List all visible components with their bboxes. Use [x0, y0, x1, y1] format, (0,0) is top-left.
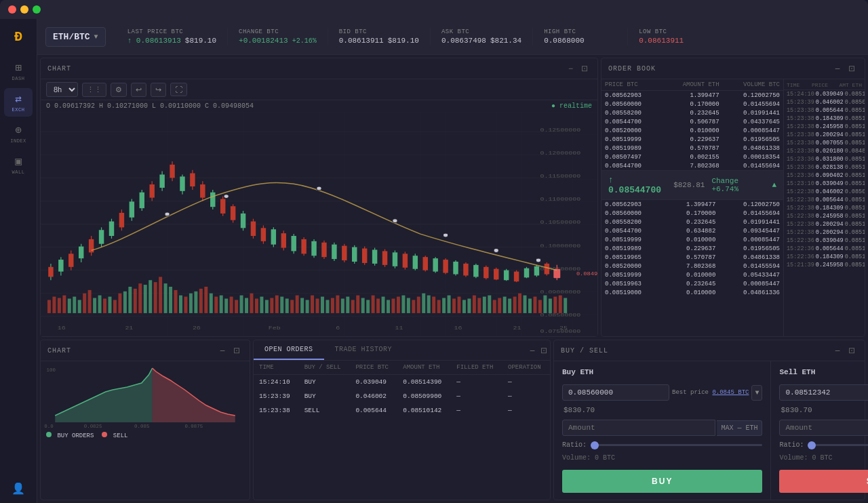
svg-rect-136 — [58, 260, 63, 272]
svg-rect-105 — [427, 296, 431, 313]
sidebar-item-account[interactable]: 👤 — [4, 475, 33, 503]
orderbook-expand-btn[interactable]: ⊡ — [846, 62, 858, 75]
svg-rect-118 — [493, 300, 496, 313]
orderbook-minimize-btn[interactable]: − — [832, 63, 843, 74]
mini-chart-panel: CHART − ⊡ 100 — [40, 340, 250, 500]
chart-expand-btn[interactable]: ⊡ — [578, 62, 591, 75]
svg-rect-164 — [200, 184, 205, 197]
svg-rect-47 — [134, 289, 137, 313]
ask-price: 0.08519999 — [601, 135, 662, 144]
bid-row: 0.08519963 0.232645 0.00085447 — [601, 279, 783, 288]
sidebar-item-wallet[interactable]: ▣ WALL — [4, 150, 33, 179]
chart-fullscreen-btn[interactable]: ⛶ — [170, 83, 187, 96]
last-price-label: Last Price BTC — [127, 28, 216, 35]
svg-rect-41 — [103, 299, 106, 313]
low-btc: 0.08613911 — [639, 37, 684, 45]
tp-time: 15:23:39 — [787, 99, 814, 106]
chart-settings-btn[interactable]: ⚙ — [111, 83, 127, 97]
timeframe-select[interactable]: 8h 1h 4h 1d — [46, 82, 78, 97]
svg-rect-85 — [326, 300, 329, 313]
minimize-btn[interactable] — [20, 5, 28, 14]
svg-rect-80 — [300, 298, 304, 313]
pair-selector[interactable]: ETH/BTC ▼ — [45, 27, 106, 47]
mid-price-arrow: ▲ — [772, 181, 776, 189]
tp-amount: 0.08514001 — [845, 221, 865, 228]
time-price-row: 15:23:38 0.007055 0.08510144 — [784, 139, 865, 147]
tab-open-orders[interactable]: OPEN ORDERS — [254, 340, 324, 360]
buy-price-input[interactable] — [562, 384, 669, 401]
svg-text:0.12000000: 0.12000000 — [540, 150, 580, 157]
close-btn[interactable] — [8, 5, 16, 14]
svg-text:0.10000000: 0.10000000 — [540, 243, 580, 249]
sell-button[interactable]: SELL — [779, 470, 868, 493]
svg-rect-90 — [351, 300, 355, 313]
app-logo: Ð — [6, 24, 31, 49]
sell-amount-input[interactable] — [779, 420, 868, 436]
ask-row: 0.08520000 0.010000 0.00085447 — [601, 126, 783, 135]
sidebar-item-index[interactable]: ⊕ INDEX — [4, 119, 33, 148]
buy-title: Buy ETH — [562, 368, 762, 376]
chart-panel-header: CHART − ⊡ — [41, 58, 597, 79]
svg-rect-67 — [235, 300, 238, 313]
maximize-btn[interactable] — [33, 5, 41, 14]
sidebar-item-dashboard[interactable]: ⊞ DASH — [4, 57, 33, 85]
orders-expand-btn[interactable]: ⊡ — [538, 340, 550, 360]
chart-type-btn[interactable]: ⋮⋮ — [82, 83, 106, 97]
svg-rect-127 — [538, 300, 542, 313]
tp-time: 15:23:38 — [787, 107, 814, 114]
tp-amount: 0.08514000 — [845, 164, 865, 171]
buy-amount-input[interactable] — [562, 420, 715, 436]
svg-text:0.0825: 0.0825 — [84, 424, 102, 429]
buy-button[interactable]: BUY — [562, 470, 762, 493]
orderbook-title: ORDER BOOK — [608, 65, 656, 73]
buysell-expand-btn[interactable]: ⊡ — [846, 344, 858, 357]
tp-amount: 0.08514001 — [845, 229, 865, 236]
tp-amount: 0.08514100 — [845, 156, 865, 163]
bid-row: 0.08520000 7.802368 0.01455594 — [601, 262, 783, 270]
orderbook-bids-scroll[interactable]: 0.08562903 1.399477 0.12002750 0.0856000… — [601, 200, 783, 336]
chart-undo-btn[interactable]: ↩ — [131, 83, 146, 97]
tp-amount: 0.08514001 — [845, 132, 865, 138]
buy-best-price-link[interactable]: 0.0845 BTC — [712, 389, 749, 396]
buysell-minimize-btn[interactable]: − — [832, 345, 843, 356]
sidebar-item-exchange[interactable]: ⇄ EXCH — [4, 88, 33, 117]
mini-chart-minimize-btn[interactable]: − — [217, 345, 228, 356]
tab-trade-history[interactable]: TRADE HISTORY — [324, 340, 403, 360]
buy-price-dropdown[interactable]: ▼ — [751, 385, 762, 401]
mini-chart-expand-btn[interactable]: ⊡ — [231, 344, 243, 357]
svg-rect-83 — [316, 299, 319, 313]
legend-buy-dot — [46, 432, 52, 437]
chart-info-bar: O 0.09617392 H 0.10271000 L 0.09110000 C… — [41, 100, 597, 112]
orders-minimize-btn[interactable]: − — [527, 340, 538, 360]
svg-rect-42 — [108, 297, 112, 313]
svg-rect-30 — [47, 300, 51, 313]
high-btc: 0.0868000 — [544, 37, 584, 45]
svg-text:16: 16 — [454, 325, 462, 331]
tp-time: 15:22:36 — [787, 254, 814, 260]
tp-amount: 0.08510142 — [845, 213, 865, 220]
buy-ratio-slider[interactable] — [591, 444, 762, 446]
tp-amount: 0.08482227 — [845, 148, 865, 155]
svg-rect-39 — [93, 298, 96, 313]
svg-rect-226 — [514, 272, 519, 282]
svg-rect-144 — [99, 230, 104, 243]
time-price-row: 15:22:38 0.005644 0.08510142 — [784, 196, 865, 204]
sell-ratio-slider[interactable] — [808, 444, 868, 446]
bid-row: 0.08519999 0.010000 0.00085447 — [601, 235, 783, 244]
buy-amount-suffix[interactable]: MAX — ETH — [717, 420, 762, 436]
svg-rect-48 — [138, 283, 142, 313]
chart-minimize-btn[interactable]: − — [566, 62, 576, 75]
chart-redo-btn[interactable]: ↪ — [151, 83, 166, 97]
time-price-row: 15:23:38 0.245958 0.08514001 — [784, 123, 865, 131]
sell-usd-amount: $830.70 — [779, 406, 868, 414]
bid-price: 0.08519989 — [601, 244, 666, 253]
sell-price-input[interactable] — [779, 384, 868, 401]
tp-time: 15:22:38 — [787, 221, 814, 228]
svg-rect-198 — [372, 249, 377, 263]
col-price: PRICE BTC — [601, 79, 662, 91]
ask-row: 0.08560000 0.170000 0.01455694 — [601, 100, 783, 108]
svg-text:11: 11 — [395, 325, 403, 331]
tp-price: 0.245958 — [816, 262, 844, 268]
time-price-row: 15:23:38 0.200294 0.08514001 — [784, 131, 865, 139]
svg-rect-142 — [89, 239, 94, 252]
